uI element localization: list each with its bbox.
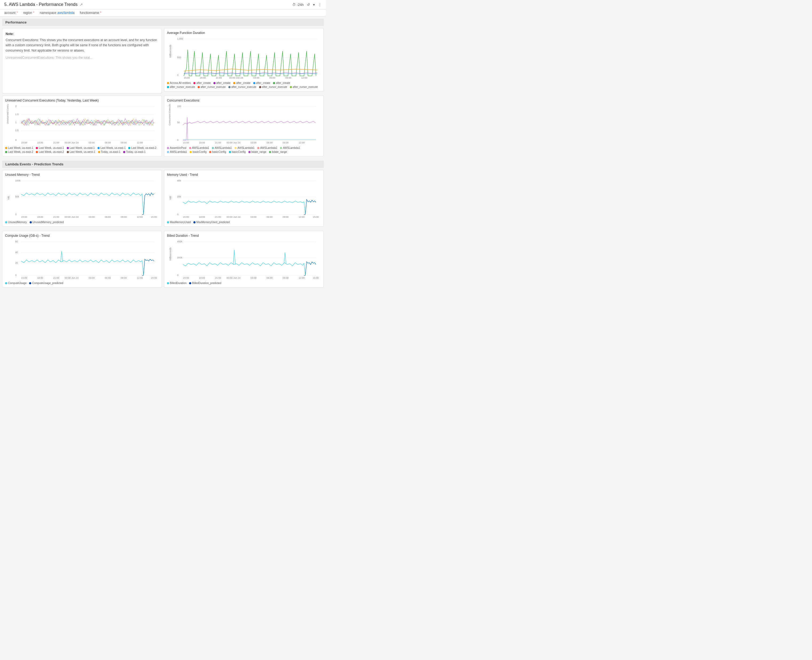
memory-used-chart: 40k 20k 0 MB 15:00 18:00 21:00 00:00 Jun… <box>167 178 321 219</box>
svg-text:15:00: 15:00 <box>183 216 189 218</box>
performance-top-row: Note: Concurrent Executions: This shows … <box>2 28 324 94</box>
svg-text:400k: 400k <box>177 240 182 243</box>
compute-usage-chart: 60 40 20 0 15:00 18:00 <box>5 239 159 280</box>
memory-used-svg: 40k 20k 0 MB 15:00 18:00 21:00 00:00 Jun… <box>167 178 321 218</box>
svg-text:06:00: 06:00 <box>105 216 111 218</box>
svg-text:06:00: 06:00 <box>267 276 273 279</box>
concurrent-svg: 100 50 0 Concurrent Executions 15:00 <box>167 104 321 144</box>
concurrent-legend: AssertionPool AWSLambda1 AWSLambda1 AWSL… <box>167 146 321 153</box>
time-range[interactable]: ⏱ -24h <box>292 3 304 7</box>
svg-text:18:00: 18:00 <box>199 141 205 144</box>
svg-text:06:00: 06:00 <box>105 276 111 279</box>
svg-text:15:00: 15:00 <box>151 216 157 218</box>
svg-text:1,000: 1,000 <box>177 37 183 40</box>
filter-functionname[interactable]: functionname * <box>80 11 101 15</box>
svg-text:40: 40 <box>15 251 18 254</box>
svg-text:09:00: 09:00 <box>121 216 127 218</box>
svg-text:09:00: 09:00 <box>285 76 291 79</box>
svg-text:12:00: 12:00 <box>137 276 143 279</box>
filter-region-label: region <box>23 11 32 15</box>
billed-duration-svg: 400k 200k 0 Milliseconds 15: <box>167 239 321 279</box>
svg-text:00:00 Jun 24: 00:00 Jun 24 <box>65 276 79 279</box>
svg-text:100k: 100k <box>15 179 21 182</box>
concurrent-title: Concurrent Executions <box>167 98 321 102</box>
refresh-icon[interactable]: ↺ <box>307 3 310 7</box>
external-link-icon[interactable]: ↗ <box>79 2 83 7</box>
svg-text:09:00: 09:00 <box>283 276 289 279</box>
svg-text:20: 20 <box>15 262 18 264</box>
header-right: ⏱ -24h ↺ ▾ ⋮ <box>292 3 321 7</box>
svg-text:18:00: 18:00 <box>37 216 43 218</box>
svg-text:06:00: 06:00 <box>105 141 111 144</box>
svg-text:0: 0 <box>15 139 17 141</box>
svg-text:12:00: 12:00 <box>299 141 305 144</box>
svg-text:21:00: 21:00 <box>215 276 221 279</box>
svg-text:21:00: 21:00 <box>215 216 221 218</box>
avg-duration-title: Average Function Duration <box>167 31 321 35</box>
svg-text:03:00: 03:00 <box>89 276 95 279</box>
filter-icon[interactable]: ▾ <box>313 3 315 7</box>
svg-text:20k: 20k <box>177 195 181 198</box>
concurrent-panel: Concurrent Executions 100 50 0 Concurren… <box>164 96 324 156</box>
svg-text:03:00: 03:00 <box>89 216 95 218</box>
svg-text:00:00 Jun 24: 00:00 Jun 24 <box>226 216 241 218</box>
svg-text:12:00: 12:00 <box>301 76 307 79</box>
svg-text:18:00: 18:00 <box>199 276 205 279</box>
note-text-truncated: UnreservedConcurrentExecutions: This sho… <box>6 55 158 60</box>
filter-region-required: * <box>33 11 35 15</box>
unused-memory-chart: 100k 50k 0 MB 15:00 18:00 21:00 <box>5 178 159 219</box>
memory-used-legend: MaxMemoryUsed MaxMemoryUsed_predicted <box>167 221 321 224</box>
svg-text:21:00: 21:00 <box>53 141 59 144</box>
svg-text:15:00: 15:00 <box>313 276 319 279</box>
svg-text:18:00: 18:00 <box>200 76 206 79</box>
svg-text:50: 50 <box>177 121 180 124</box>
filter-account[interactable]: account * <box>4 11 18 15</box>
svg-text:1.5: 1.5 <box>15 113 19 116</box>
svg-text:15:00: 15:00 <box>183 141 189 144</box>
svg-text:21:00: 21:00 <box>216 76 222 79</box>
svg-text:0: 0 <box>177 139 179 141</box>
svg-text:0: 0 <box>177 274 179 276</box>
svg-text:0: 0 <box>15 274 17 276</box>
svg-text:03:00: 03:00 <box>250 216 257 218</box>
billed-duration-panel: Billed Duration - Trend 400k 200k 0 Mill… <box>164 231 324 287</box>
svg-text:21:00: 21:00 <box>53 216 59 218</box>
svg-text:1: 1 <box>15 121 17 124</box>
svg-text:06:00: 06:00 <box>269 76 275 79</box>
prediction-section-header: Lambda Events - Prediction Trends <box>2 160 324 168</box>
svg-text:00:00 Jun 24: 00:00 Jun 24 <box>226 276 241 279</box>
svg-text:03:00: 03:00 <box>253 76 260 79</box>
svg-text:40k: 40k <box>177 179 181 182</box>
svg-text:21:00: 21:00 <box>53 276 59 279</box>
more-icon[interactable]: ⋮ <box>318 3 321 7</box>
performance-section-header: Performance <box>2 19 324 26</box>
concurrent-chart: 100 50 0 Concurrent Executions 15:00 <box>167 104 321 145</box>
svg-text:0: 0 <box>177 213 179 216</box>
compute-usage-legend: ComputeUsage ComputeUsage_predicted <box>5 282 159 285</box>
prediction-row2: Compute Usage (GB-s) - Trend 60 40 20 0 <box>2 231 324 290</box>
svg-text:500: 500 <box>177 56 181 59</box>
svg-text:09:00: 09:00 <box>283 141 289 144</box>
svg-text:06:00: 06:00 <box>267 141 273 144</box>
filter-account-label: account <box>4 11 16 15</box>
compute-usage-title: Compute Usage (GB-s) - Trend <box>5 234 159 238</box>
filter-namespace[interactable]: namespace aws/lambda <box>40 11 74 15</box>
svg-text:00:00 Jun 24: 00:00 Jun 24 <box>65 216 79 218</box>
svg-text:200k: 200k <box>177 256 182 259</box>
svg-text:21:00: 21:00 <box>215 141 221 144</box>
filter-region[interactable]: region * <box>23 11 35 15</box>
unused-memory-svg: 100k 50k 0 MB 15:00 18:00 21:00 <box>5 178 159 218</box>
unreserved-legend: Last Week, us-east-1 Last Week, us-east-… <box>5 146 159 153</box>
svg-text:Milliseconds: Milliseconds <box>169 247 172 260</box>
filter-functionname-required: * <box>100 11 101 15</box>
svg-text:0: 0 <box>15 213 17 216</box>
svg-text:12:00: 12:00 <box>137 216 143 218</box>
page-title: 5. AWS Lambda - Performance Trends <box>4 2 78 7</box>
svg-text:2: 2 <box>15 105 17 108</box>
billed-duration-legend: BilledDuration BilledDuration_predicted <box>167 282 321 285</box>
svg-text:0: 0 <box>177 74 179 76</box>
svg-text:12:00: 12:00 <box>299 216 305 218</box>
svg-text:100: 100 <box>177 105 181 108</box>
svg-text:00:00 Jun 24: 00:00 Jun 24 <box>229 76 243 79</box>
svg-text:MB: MB <box>169 196 172 200</box>
